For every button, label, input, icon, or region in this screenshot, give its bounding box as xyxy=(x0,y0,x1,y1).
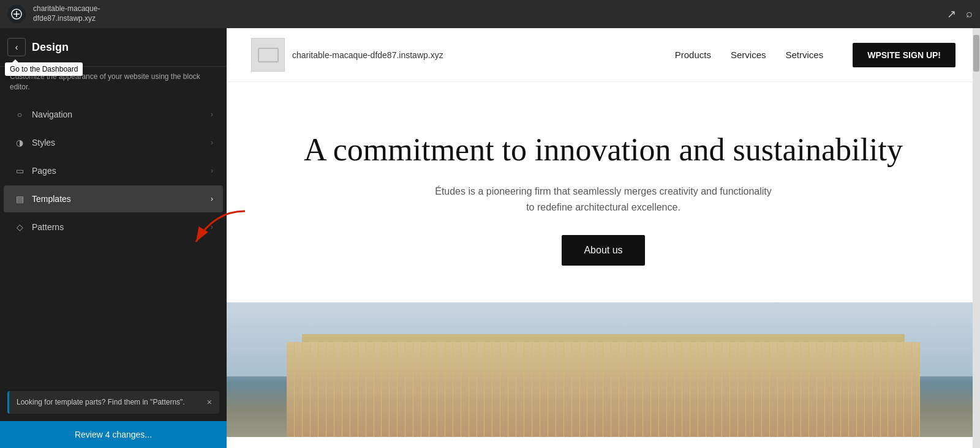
navigation-icon: ○ xyxy=(13,108,26,121)
nav-setrvices[interactable]: Setrvices xyxy=(786,50,824,60)
sidebar-item-navigation[interactable]: ○ Navigation › xyxy=(4,101,223,128)
main-layout: Go to the Dashboard ‹ Design Customize t… xyxy=(0,28,980,448)
site-logo-area: charitable-macaque-dfde87.instawp.xyz xyxy=(251,38,443,72)
templates-icon: ▤ xyxy=(13,193,26,205)
notice-text: Looking for template parts? Find them in… xyxy=(17,397,202,408)
notice-banner: Looking for template parts? Find them in… xyxy=(7,391,219,414)
site-url: charitable-macaque-dfde87.instawp.xyz xyxy=(292,50,443,60)
sidebar-header: ‹ Design xyxy=(0,28,227,67)
site-name: charitable-macaque- dfde87.instawp.xyz xyxy=(33,4,100,23)
chevron-right-icon: › xyxy=(211,138,213,147)
dashboard-tooltip: Go to the Dashboard xyxy=(5,62,83,76)
sidebar-item-label: Templates xyxy=(32,194,205,204)
pages-icon: ▭ xyxy=(13,165,26,177)
search-icon[interactable]: ⌕ xyxy=(966,7,973,21)
sidebar-item-pages[interactable]: ▭ Pages › xyxy=(4,157,223,184)
hero-section: A commitment to innovation and sustainab… xyxy=(227,82,980,302)
patterns-icon: ◇ xyxy=(13,221,26,233)
nav-products[interactable]: Products xyxy=(675,50,711,60)
sidebar-item-styles[interactable]: ◑ Styles › xyxy=(4,129,223,156)
styles-icon: ◑ xyxy=(13,136,26,149)
hero-subtitle: Études is a pioneering firm that seamles… xyxy=(435,184,772,215)
chevron-right-icon: › xyxy=(211,110,213,119)
sidebar-item-label: Styles xyxy=(32,138,205,147)
preview-area: charitable-macaque-dfde87.instawp.xyz Pr… xyxy=(227,28,980,448)
sidebar-title: Design xyxy=(32,41,69,54)
sidebar-menu: ○ Navigation › ◑ Styles › ▭ Pages › ▤ Te… xyxy=(0,100,227,384)
review-changes-button[interactable]: Review 4 changes... xyxy=(0,421,227,448)
site-logo xyxy=(251,38,285,72)
site-header: charitable-macaque-dfde87.instawp.xyz Pr… xyxy=(227,28,980,82)
hero-title: A commitment to innovation and sustainab… xyxy=(251,131,956,169)
building-image: // Generate building lines inline xyxy=(227,302,980,437)
chevron-right-icon: › xyxy=(211,223,213,231)
site-nav: Products Services Setrvices WPSITE SIGN … xyxy=(675,43,956,67)
sidebar-item-label: Pages xyxy=(32,166,205,176)
wp-logo[interactable] xyxy=(7,5,26,23)
notice-close-button[interactable]: × xyxy=(207,397,212,407)
scrollbar-thumb[interactable] xyxy=(973,35,979,72)
cta-button[interactable]: WPSITE SIGN UP! xyxy=(853,43,956,67)
about-us-button[interactable]: About us xyxy=(562,235,644,266)
website-preview: charitable-macaque-dfde87.instawp.xyz Pr… xyxy=(227,28,980,448)
top-bar-icons: ↗ ⌕ xyxy=(947,7,973,21)
sidebar: Go to the Dashboard ‹ Design Customize t… xyxy=(0,28,227,448)
external-link-icon[interactable]: ↗ xyxy=(947,7,956,21)
sidebar-item-label: Navigation xyxy=(32,110,205,119)
sidebar-item-templates[interactable]: ▤ Templates › xyxy=(4,185,223,212)
sidebar-item-label: Patterns xyxy=(32,222,205,232)
chevron-right-icon: › xyxy=(211,166,213,175)
chevron-right-icon: › xyxy=(211,195,213,203)
scrollbar-track[interactable] xyxy=(973,28,980,448)
sidebar-item-patterns[interactable]: ◇ Patterns › xyxy=(4,214,223,241)
nav-services[interactable]: Services xyxy=(731,50,766,60)
back-button[interactable]: ‹ xyxy=(7,38,26,56)
top-bar: charitable-macaque- dfde87.instawp.xyz ↗… xyxy=(0,0,980,28)
